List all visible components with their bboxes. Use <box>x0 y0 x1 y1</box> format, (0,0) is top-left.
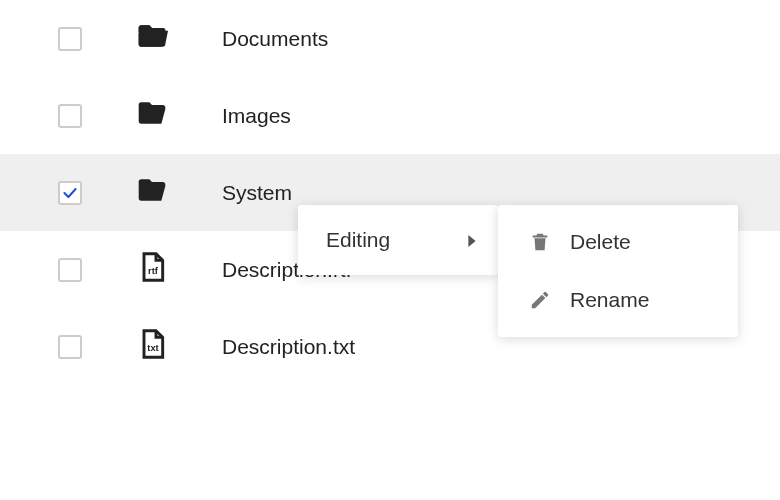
edit-icon <box>526 289 554 311</box>
item-name: System <box>222 181 780 205</box>
menu-item-rename[interactable]: Rename <box>498 271 738 329</box>
svg-text:rtf: rtf <box>148 266 159 276</box>
list-item[interactable]: Documents <box>0 0 780 77</box>
row-checkbox[interactable] <box>58 335 82 359</box>
context-submenu: Delete Rename <box>498 205 738 337</box>
trash-icon <box>526 231 554 253</box>
list-item[interactable]: Images <box>0 77 780 154</box>
check-icon <box>62 185 78 201</box>
menu-item-delete[interactable]: Delete <box>498 213 738 271</box>
menu-item-editing[interactable]: Editing <box>298 211 498 269</box>
svg-text:txt: txt <box>147 343 158 353</box>
folder-open-icon <box>136 97 168 134</box>
folder-open-icon <box>136 174 168 211</box>
item-name: Description.txt <box>222 335 780 359</box>
row-checkbox[interactable] <box>58 27 82 51</box>
row-checkbox[interactable] <box>58 258 82 282</box>
chevron-right-icon <box>466 228 478 252</box>
txt-file-icon: txt <box>136 328 168 365</box>
item-name: Documents <box>222 27 780 51</box>
row-checkbox[interactable] <box>58 104 82 128</box>
row-checkbox[interactable] <box>58 181 82 205</box>
context-menu: Editing <box>298 205 498 275</box>
rtf-file-icon: rtf <box>136 251 168 288</box>
item-name: Images <box>222 104 780 128</box>
folder-open-icon <box>136 20 168 57</box>
